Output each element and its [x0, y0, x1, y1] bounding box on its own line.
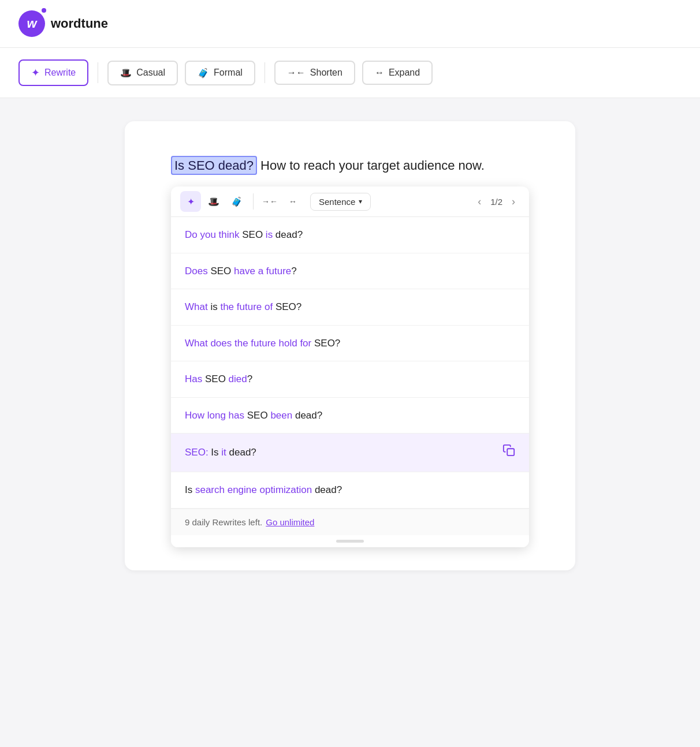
suggestion-item[interactable]: What does the future hold for SEO?	[171, 326, 529, 362]
scroll-handle-bar	[336, 540, 364, 543]
expand-label: Expand	[389, 68, 420, 78]
panel-separator	[253, 193, 254, 210]
main-content: Is SEO dead? How to reach your target au…	[0, 98, 700, 593]
toolbar: ✦ Rewrite 🎩 Casual 🧳 Formal →← Shorten ↔…	[0, 48, 700, 98]
scroll-handle	[171, 535, 529, 547]
formal-icon: 🧳	[198, 68, 209, 79]
panel-casual-icon: 🎩	[208, 196, 219, 207]
pagination: ‹ 1/2 ›	[473, 193, 520, 210]
expand-button[interactable]: ↔ Expand	[362, 61, 433, 85]
panel-sparkle-icon: ✦	[187, 196, 195, 207]
prev-page-button[interactable]: ‹	[473, 193, 486, 210]
suggestion-text: How long has SEO been dead?	[185, 408, 322, 423]
header: w wordtune	[0, 0, 700, 48]
panel-casual-button[interactable]: 🎩	[203, 191, 224, 212]
panel-footer: 9 daily Rewrites left. Go unlimited	[171, 509, 529, 535]
go-unlimited-link[interactable]: Go unlimited	[266, 517, 314, 527]
toolbar-divider-1	[98, 62, 98, 83]
sparkle-icon: ✦	[31, 66, 40, 79]
page-number: 1/2	[490, 197, 502, 207]
logo-icon: w	[18, 10, 45, 37]
text-area: Is SEO dead? How to reach your target au…	[125, 121, 575, 570]
panel-formal-icon: 🧳	[231, 196, 243, 207]
suggestion-text: Has SEO died?	[185, 372, 252, 387]
panel-expand-button[interactable]: ↔	[282, 191, 303, 212]
formal-button[interactable]: 🧳 Formal	[185, 61, 255, 85]
shorten-label: Shorten	[310, 68, 342, 78]
suggestions-list: Do you think SEO is dead? Does SEO have …	[171, 217, 529, 509]
rewrite-button[interactable]: ✦ Rewrite	[18, 59, 88, 86]
expand-icon: ↔	[375, 68, 384, 78]
panel-shorten-icon: →←	[262, 197, 278, 206]
logo-w-letter: w	[27, 16, 36, 31]
shorten-button[interactable]: →← Shorten	[274, 61, 355, 85]
suggestion-text: Do you think SEO is dead?	[185, 227, 303, 242]
rewrite-label: Rewrite	[44, 68, 76, 78]
logo-area: w wordtune	[18, 10, 108, 37]
logo-text: wordtune	[51, 16, 108, 31]
suggestion-item[interactable]: Do you think SEO is dead?	[171, 217, 529, 253]
sentence-remainder: How to reach your target audience now.	[257, 158, 485, 173]
panel-toolbar: ✦ 🎩 🧳 →← ↔ Sentence ▾	[171, 186, 529, 217]
panel-shorten-button[interactable]: →←	[259, 191, 280, 212]
suggestion-text: What is the future of SEO?	[185, 300, 301, 315]
casual-button[interactable]: 🎩 Casual	[107, 61, 178, 85]
panel-formal-button[interactable]: 🧳	[226, 191, 247, 212]
shorten-icon: →←	[287, 68, 306, 78]
chevron-down-icon: ▾	[359, 197, 362, 206]
suggestion-item-highlighted[interactable]: SEO: Is it dead?	[171, 434, 529, 472]
panel-rewrite-button[interactable]: ✦	[180, 191, 201, 212]
suggestion-text: What does the future hold for SEO?	[185, 336, 340, 351]
suggestion-item[interactable]: Is search engine optimization dead?	[171, 472, 529, 509]
suggestions-panel: ✦ 🎩 🧳 →← ↔ Sentence ▾	[171, 186, 529, 547]
suggestion-item[interactable]: What is the future of SEO?	[171, 289, 529, 326]
sentence-text: Is SEO dead? How to reach your target au…	[171, 156, 529, 175]
suggestion-item[interactable]: How long has SEO been dead?	[171, 398, 529, 434]
next-page-button[interactable]: ›	[507, 193, 520, 210]
casual-label: Casual	[136, 68, 165, 78]
suggestion-item[interactable]: Has SEO died?	[171, 361, 529, 398]
suggestion-text: Is search engine optimization dead?	[185, 483, 342, 498]
suggestion-text: Does SEO have a future?	[185, 264, 297, 279]
highlighted-phrase: Is SEO dead?	[171, 156, 257, 175]
formal-label: Formal	[214, 68, 243, 78]
rewrites-left-text: 9 daily Rewrites left.	[185, 517, 262, 527]
sentence-dropdown[interactable]: Sentence ▾	[310, 193, 371, 211]
copy-icon[interactable]	[502, 444, 515, 461]
casual-icon: 🎩	[120, 68, 132, 79]
toolbar-divider-2	[265, 62, 265, 83]
suggestion-item[interactable]: Does SEO have a future?	[171, 253, 529, 290]
svg-rect-0	[507, 449, 514, 455]
sentence-dropdown-label: Sentence	[319, 197, 355, 207]
suggestion-text: SEO: Is it dead?	[185, 445, 256, 460]
panel-expand-icon: ↔	[289, 197, 297, 206]
